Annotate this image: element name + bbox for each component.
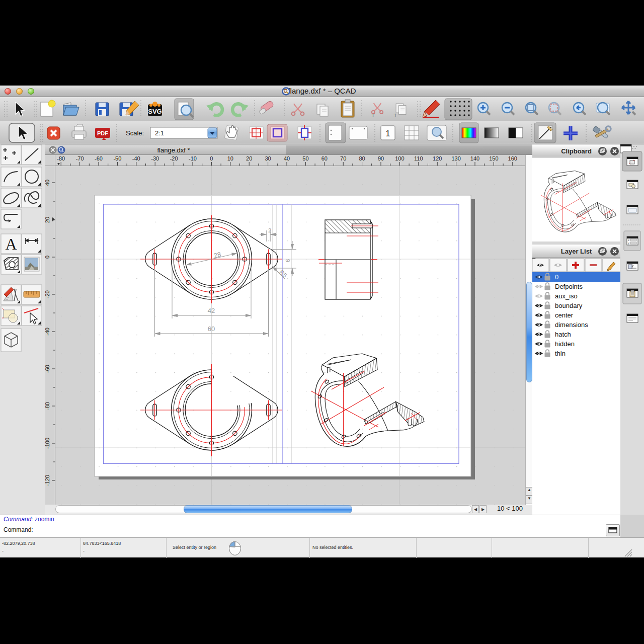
svg-text:0: 0 bbox=[210, 155, 213, 162]
svg-text:+: + bbox=[371, 112, 375, 119]
svg-text:-40: -40 bbox=[45, 328, 50, 336]
svg-text:-100: -100 bbox=[45, 438, 50, 449]
svg-text:60: 60 bbox=[321, 155, 328, 162]
svg-text:30: 30 bbox=[265, 155, 271, 162]
svg-text:-80: -80 bbox=[57, 155, 65, 162]
svg-text:-20: -20 bbox=[45, 290, 50, 298]
svg-text:2: 2 bbox=[268, 227, 271, 233]
svg-text:-50: -50 bbox=[113, 155, 121, 162]
svg-text:160: 160 bbox=[508, 155, 517, 162]
svg-text:42: 42 bbox=[208, 307, 215, 314]
svg-text:Defpoints: Defpoints bbox=[555, 283, 583, 290]
svg-text:150: 150 bbox=[489, 155, 498, 162]
svg-text:-80: -80 bbox=[45, 402, 50, 410]
svg-text:60: 60 bbox=[208, 325, 215, 333]
svg-text:+: + bbox=[393, 112, 397, 119]
svg-text:40: 40 bbox=[45, 180, 50, 186]
svg-text:40: 40 bbox=[284, 155, 290, 162]
svg-text:80: 80 bbox=[359, 155, 365, 162]
svg-text:10: 10 bbox=[227, 155, 233, 162]
svg-text:-70: -70 bbox=[76, 155, 84, 162]
svg-text:1: 1 bbox=[386, 129, 390, 138]
svg-text:-30: -30 bbox=[151, 155, 159, 162]
svg-text:thin: thin bbox=[555, 350, 566, 357]
svg-text:PDF: PDF bbox=[97, 130, 108, 136]
svg-text:100: 100 bbox=[395, 155, 404, 162]
svg-text:140: 140 bbox=[470, 155, 479, 162]
svg-text:boundary: boundary bbox=[555, 302, 583, 309]
svg-text:SVG: SVG bbox=[148, 108, 162, 115]
svg-text:A: A bbox=[5, 235, 17, 253]
svg-text:70: 70 bbox=[340, 155, 346, 162]
svg-text:-60: -60 bbox=[95, 155, 103, 162]
svg-text:20: 20 bbox=[246, 155, 252, 162]
svg-text:-20: -20 bbox=[170, 155, 178, 162]
svg-text:130: 130 bbox=[451, 155, 460, 162]
svg-text:-60: -60 bbox=[45, 365, 50, 373]
svg-text:110: 110 bbox=[414, 155, 423, 162]
svg-text:2:1: 2:1 bbox=[155, 129, 164, 137]
svg-text:dimensions: dimensions bbox=[555, 321, 588, 329]
svg-text:0: 0 bbox=[555, 273, 558, 281]
svg-text:aux_iso: aux_iso bbox=[555, 292, 578, 300]
svg-text:0: 0 bbox=[45, 256, 50, 259]
svg-text:hidden: hidden bbox=[555, 340, 575, 348]
svg-text:-40: -40 bbox=[132, 155, 140, 162]
svg-text:120: 120 bbox=[433, 155, 442, 162]
svg-text:hatch: hatch bbox=[555, 331, 571, 338]
svg-text:-120: -120 bbox=[45, 475, 50, 486]
svg-text:-10: -10 bbox=[189, 155, 197, 162]
svg-text:Scale:: Scale: bbox=[126, 129, 144, 137]
svg-text:center: center bbox=[555, 311, 574, 319]
svg-text:y:: y: bbox=[628, 242, 630, 245]
svg-text:6: 6 bbox=[285, 259, 291, 262]
svg-text:20: 20 bbox=[45, 217, 50, 223]
svg-text:50: 50 bbox=[302, 155, 308, 162]
svg-text:flange.dxf *: flange.dxf * bbox=[157, 146, 190, 154]
svg-text:90: 90 bbox=[378, 155, 384, 162]
